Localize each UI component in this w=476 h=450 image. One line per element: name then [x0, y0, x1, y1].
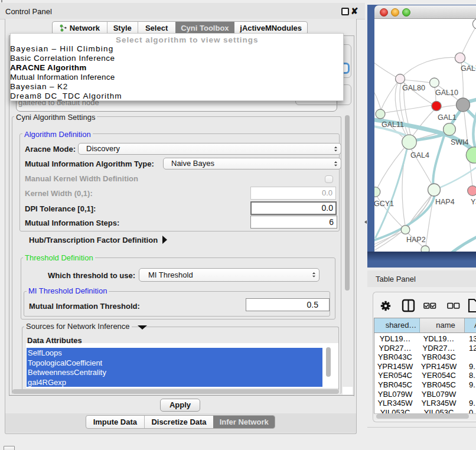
svg-text:SWI4: SWI4 — [451, 138, 469, 146]
svg-text:GAL10: GAL10 — [435, 89, 458, 97]
svg-text:GAL1: GAL1 — [438, 113, 457, 122]
svg-text:GAL4: GAL4 — [410, 151, 429, 159]
svg-text:GAL7: GAL7 — [461, 64, 476, 73]
svg-text:HAP4: HAP4 — [435, 198, 455, 206]
svg-text:GCY1: GCY1 — [374, 200, 394, 208]
svg-text:HAP2: HAP2 — [406, 236, 426, 244]
svg-text:GAL11: GAL11 — [382, 120, 404, 129]
svg-text:GAL80: GAL80 — [402, 84, 425, 92]
svg-text:YJ: YJ — [471, 198, 476, 206]
